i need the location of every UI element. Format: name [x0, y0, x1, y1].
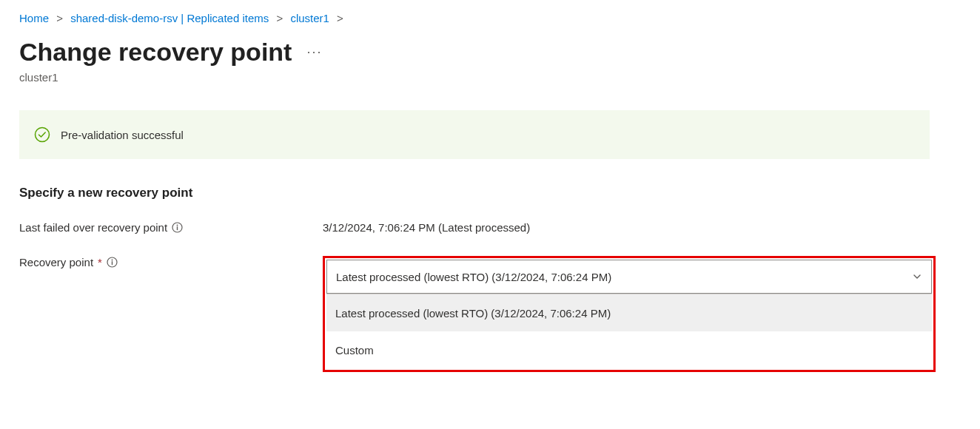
- dropdown-option[interactable]: Custom: [326, 331, 932, 368]
- recovery-point-row: Recovery point * Latest processed (lowes…: [19, 256, 961, 372]
- last-failed-over-label: Last failed over recovery point: [19, 221, 323, 234]
- more-actions-button[interactable]: ···: [306, 44, 322, 60]
- dropdown-option[interactable]: Latest processed (lowest RTO) (3/12/2024…: [326, 294, 932, 331]
- chevron-right-icon: >: [276, 12, 283, 24]
- recovery-point-dropdown[interactable]: Latest processed (lowest RTO) (3/12/2024…: [326, 260, 932, 294]
- svg-rect-6: [112, 261, 113, 265]
- chevron-right-icon: >: [56, 12, 63, 24]
- breadcrumb: Home > shared-disk-demo-rsv | Replicated…: [19, 12, 961, 24]
- dropdown-list: Latest processed (lowest RTO) (3/12/2024…: [326, 294, 932, 368]
- dropdown-selected-value: Latest processed (lowest RTO) (3/12/2024…: [336, 271, 611, 283]
- status-banner: Pre-validation successful: [19, 110, 930, 159]
- svg-point-2: [177, 225, 178, 226]
- page-title: Change recovery point: [19, 38, 292, 67]
- last-failed-over-value: 3/12/2024, 7:06:24 PM (Latest processed): [323, 221, 530, 234]
- success-check-icon: [34, 126, 50, 143]
- breadcrumb-link-resource[interactable]: shared-disk-demo-rsv | Replicated items: [70, 12, 269, 24]
- breadcrumb-link-cluster[interactable]: cluster1: [290, 12, 329, 24]
- last-failed-over-row: Last failed over recovery point 3/12/202…: [19, 221, 961, 234]
- required-marker: *: [98, 256, 102, 268]
- svg-point-5: [112, 260, 113, 261]
- svg-point-0: [36, 128, 50, 142]
- chevron-down-icon: [912, 271, 922, 282]
- page-subtitle: cluster1: [19, 71, 961, 84]
- status-message: Pre-validation successful: [61, 129, 184, 141]
- info-icon[interactable]: [172, 222, 183, 233]
- info-icon[interactable]: [107, 257, 118, 268]
- section-heading: Specify a new recovery point: [19, 186, 961, 200]
- breadcrumb-link-home[interactable]: Home: [19, 12, 49, 24]
- recovery-point-label: Recovery point *: [19, 256, 323, 268]
- svg-rect-3: [177, 226, 178, 230]
- chevron-right-icon: >: [337, 12, 343, 24]
- recovery-point-dropdown-highlight: Latest processed (lowest RTO) (3/12/2024…: [323, 256, 936, 372]
